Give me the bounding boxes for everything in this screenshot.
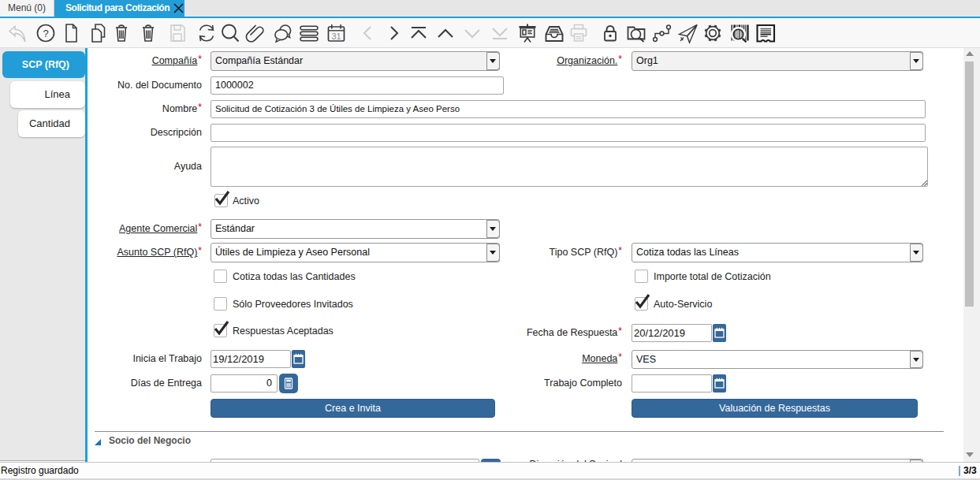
svg-text:?: ? bbox=[43, 28, 48, 39]
svg-text:31: 31 bbox=[331, 32, 341, 41]
